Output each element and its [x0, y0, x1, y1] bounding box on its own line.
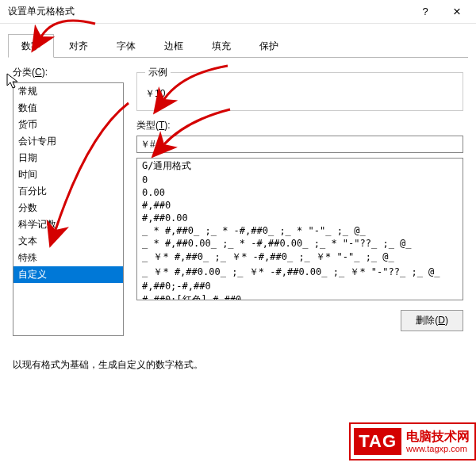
- tab-number[interactable]: 数字: [8, 34, 54, 58]
- help-button[interactable]: ?: [409, 1, 441, 23]
- category-label: 分类(C):: [13, 66, 124, 79]
- badge-url: www.tagxp.com: [406, 444, 470, 454]
- list-item[interactable]: 文本: [13, 233, 123, 250]
- list-item[interactable]: 时间: [13, 166, 123, 183]
- hint-text: 以现有格式为基础，生成自定义的数字格式。: [13, 358, 463, 372]
- list-item[interactable]: G/通用格式: [137, 159, 463, 174]
- sample-legend: 示例: [145, 66, 171, 79]
- list-item[interactable]: 日期: [13, 150, 123, 166]
- site-badge: TAG 电脑技术网 www.tagxp.com: [349, 422, 476, 460]
- list-item[interactable]: 自定义: [13, 266, 123, 283]
- close-button[interactable]: ×: [441, 1, 473, 23]
- list-item[interactable]: 百分比: [13, 183, 123, 200]
- list-item[interactable]: #,##0: [137, 199, 463, 212]
- list-item[interactable]: 0: [137, 174, 463, 186]
- sample-value: ￥10: [145, 86, 455, 102]
- window-title: 设置单元格格式: [8, 5, 409, 18]
- tab-fill[interactable]: 填充: [198, 34, 244, 58]
- type-label: 类型(T):: [136, 119, 463, 132]
- category-column: 分类(C): 常规数值货币会计专用日期时间百分比分数科学记数文本特殊自定义: [13, 66, 124, 336]
- list-item[interactable]: #,##0;-#,##0: [137, 280, 463, 292]
- list-item[interactable]: 分数: [13, 200, 123, 216]
- list-item[interactable]: _ ￥* #,##0_ ;_ ￥* -#,##0_ ;_ ￥* "-"_ ;_ …: [137, 250, 463, 265]
- delete-button[interactable]: 删除(D): [401, 310, 463, 331]
- format-listbox[interactable]: G/通用格式00.00#,##0#,##0.00_ * #,##0_ ;_ * …: [136, 158, 463, 300]
- tab-protection[interactable]: 保护: [246, 34, 292, 58]
- list-item[interactable]: #,##0;[红色]-#,##0: [137, 292, 463, 300]
- list-item[interactable]: 0.00: [137, 186, 463, 199]
- list-item[interactable]: 货币: [13, 117, 123, 133]
- tab-strip: 数字 对齐 字体 边框 填充 保护: [8, 33, 468, 58]
- titlebar: 设置单元格格式 ? ×: [0, 0, 476, 24]
- tab-alignment[interactable]: 对齐: [56, 34, 102, 58]
- list-item[interactable]: _ ￥* #,##0.00_ ;_ ￥* -#,##0.00_ ;_ ￥* "-…: [137, 265, 463, 280]
- list-item[interactable]: 会计专用: [13, 133, 123, 150]
- list-item[interactable]: _ * #,##0_ ;_ * -#,##0_ ;_ * "-"_ ;_ @_: [137, 224, 463, 237]
- sample-group: 示例 ￥10: [136, 66, 463, 111]
- type-input[interactable]: [136, 136, 463, 153]
- list-item[interactable]: 科学记数: [13, 216, 123, 233]
- content-area: 分类(C): 常规数值货币会计专用日期时间百分比分数科学记数文本特殊自定义 示例…: [0, 58, 476, 372]
- list-item[interactable]: 特殊: [13, 250, 123, 266]
- category-listbox[interactable]: 常规数值货币会计专用日期时间百分比分数科学记数文本特殊自定义: [13, 82, 124, 336]
- list-item[interactable]: #,##0.00: [137, 212, 463, 224]
- badge-logo: TAG: [354, 428, 401, 455]
- list-item[interactable]: 数值: [13, 100, 123, 117]
- tab-border[interactable]: 边框: [151, 34, 197, 58]
- badge-title: 电脑技术网: [406, 430, 470, 444]
- list-item[interactable]: 常规: [13, 83, 123, 100]
- list-item[interactable]: _ * #,##0.00_ ;_ * -#,##0.00_ ;_ * "-"??…: [137, 237, 463, 250]
- details-column: 示例 ￥10 类型(T): G/通用格式00.00#,##0#,##0.00_ …: [136, 66, 463, 336]
- tab-font[interactable]: 字体: [103, 34, 149, 58]
